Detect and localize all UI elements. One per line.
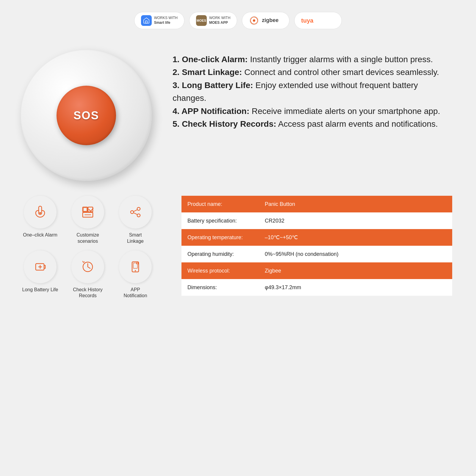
feature-1: 1. One-click Alarm: Instantly trigger al… [173,53,452,66]
svg-line-14 [134,213,137,214]
badge-moes: MOES WORK WITH MOES APP [189,12,237,29]
spec-value-dimensions: φ49.3×17.2mm [259,279,452,296]
bottom-section: One–click Alarm Customizescenarios [0,196,476,311]
spec-label-dimensions: Dimensions: [181,279,259,296]
svg-point-3 [253,19,255,22]
spec-label-product-name: Product name: [181,196,259,212]
icon-item-one-click-alarm: One–click Alarm [18,196,62,238]
badge-moes-line1: WORK WITH [209,16,230,21]
features-section: 1. One-click Alarm: Instantly trigger al… [173,47,452,130]
spec-label-battery: Battery specification: [181,212,259,229]
spec-label-temp: Operating temperature: [181,229,259,246]
spec-row-dimensions: Dimensions: φ49.3×17.2mm [181,279,452,296]
spec-value-product-name: Panic Button [259,196,452,212]
icon-circle-smart-linkage [119,196,152,228]
badge-zigbee-label: zigbee [262,17,278,24]
svg-point-10 [131,211,134,214]
feature-3: 3. Long Battery Life: Enjoy extended use… [173,79,452,105]
badge-smart-life-line1: WORKS WITH [154,16,178,21]
feature-4: 4. APP Notification: Receive immediate a… [173,105,452,118]
badge-smart-life: WORKS WITH Smart life [134,12,184,29]
svg-rect-0 [145,21,147,23]
sos-label: SOS [73,109,99,122]
icon-item-customize-scenarios: Customizescenarios [65,196,110,245]
specs-section: Product name: Panic Button Battery speci… [181,196,452,296]
icon-item-app-notification: APPNotification [113,250,158,299]
icon-label-check-history-records: Check HistoryRecords [73,287,103,299]
icon-circle-customize-scenarios [71,196,104,228]
feature-2: 2. Smart Linkage: Connect and control ot… [173,66,452,79]
icon-circle-one-click-alarm [24,196,57,228]
spec-value-wireless: Zigbee [259,262,452,279]
badge-smart-life-line2: Smart life [154,21,178,25]
icons-grid: One–click Alarm Customizescenarios [18,196,158,299]
svg-point-11 [137,207,140,210]
svg-point-12 [137,214,140,217]
icon-item-long-battery-life: Long Battery Life [18,250,62,293]
device-container: SOS [18,47,155,184]
badges-row: WORKS WITH Smart life MOES WORK WITH MOE… [0,0,476,35]
icon-label-smart-linkage: SmartLinkage [127,232,144,245]
badge-moes-line2: MOES APP [209,21,230,25]
svg-line-13 [134,210,137,212]
moes-icon: MOES [196,15,207,26]
icon-label-long-battery-life: Long Battery Life [22,287,58,293]
icon-label-customize-scenarios: Customizescenarios [76,232,99,245]
icon-item-check-history-records: Check HistoryRecords [65,250,110,299]
smart-life-icon [141,15,152,26]
icon-circle-long-battery-life [24,250,57,283]
feature-5: 5. Check History Records: Access past al… [173,118,452,130]
svg-point-4 [39,212,41,214]
spec-label-wireless: Wireless protocol: [181,262,259,279]
badge-tuya-label: tuya [301,17,313,24]
svg-rect-6 [83,208,87,211]
device-outer: SOS [21,50,152,181]
icon-label-app-notification: APPNotification [123,287,147,299]
spec-row-temp: Operating temperature: –10℃~+50℃ [181,229,452,246]
icon-item-smart-linkage: SmartLinkage [113,196,158,245]
icon-circle-check-history-records [71,250,104,283]
badge-tuya: tuya [294,12,342,29]
icon-circle-app-notification [119,250,152,283]
svg-point-21 [135,270,136,271]
zigbee-icon [249,15,259,26]
spec-value-temp: –10℃~+50℃ [259,229,452,246]
spec-value-humidity: 0%~95%RH (no condensation) [259,246,452,262]
icon-label-one-click-alarm: One–click Alarm [23,232,57,238]
spec-row-humidity: Operating humidity: 0%~95%RH (no condens… [181,246,452,262]
spec-row-product-name: Product name: Panic Button [181,196,452,212]
spec-value-battery: CR2032 [259,212,452,229]
main-section: SOS 1. One-click Alarm: Instantly trigge… [0,35,476,196]
sos-button[interactable]: SOS [57,86,116,145]
spec-label-humidity: Operating humidity: [181,246,259,262]
spec-row-wireless: Wireless protocol: Zigbee [181,262,452,279]
specs-table: Product name: Panic Button Battery speci… [181,196,452,296]
badge-zigbee: zigbee [242,12,289,29]
spec-row-battery: Battery specification: CR2032 [181,212,452,229]
